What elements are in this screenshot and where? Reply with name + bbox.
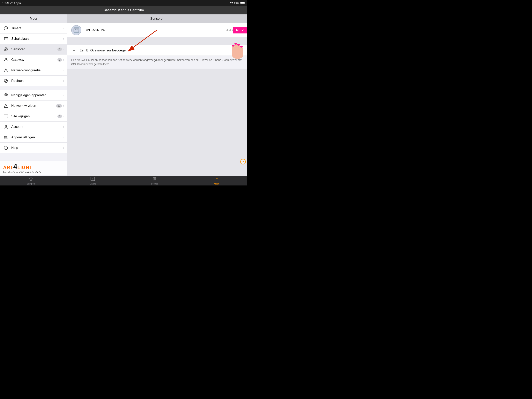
klik-button[interactable]: KLIK [233,27,247,33]
date: Zo 17 jan. [10,1,22,5]
time: 13:29 [2,1,9,5]
app-header: Casambi Kennis Centrum [0,6,247,14]
site-wijzigen-chevron: › [63,115,64,118]
account-icon [3,124,9,129]
app-instellingen-label: App-instellingen [11,135,63,139]
help-question-icon[interactable]: ? [240,159,246,164]
nabijgelegen-label: Nabijgelegen apparaten [11,93,63,97]
svg-rect-31 [5,138,5,138]
nearby-icon [3,93,9,98]
sidebar-item-sensoren[interactable]: Sensoren 1 › [0,44,67,55]
status-bar: 13:29 Zo 17 jan. 93% [0,0,247,6]
right-panel: Sensoren CBU-ASR TW [67,14,247,176]
svg-rect-32 [6,136,6,137]
netwerkconfiguratie-label: Netwerkconfiguratie [11,68,63,72]
svg-point-21 [6,107,6,107]
section-spacer [67,41,247,45]
svg-point-71 [217,179,218,179]
sidebar-item-netwerk-wijzigen[interactable]: Netwerk wijzigen 33 › [0,101,67,111]
account-label: Account [11,125,63,129]
tab-item-scenes[interactable]: Scènes [124,176,186,185]
svg-rect-2 [241,2,244,4]
sidebar-item-nabijgelegen[interactable]: Nabijgelegen apparaten › [0,90,67,101]
svg-rect-30 [5,136,5,137]
sensoren-badge: 1 [57,48,62,51]
sidebar-divider-1 [0,86,67,90]
sidebar-title: Meer [30,17,37,21]
app-instellingen-chevron: › [63,135,64,139]
timers-chevron: › [63,26,64,30]
main-layout: Meer Timers › [0,14,247,176]
add-sensor-description: Een nieuwe EnOcean-sensor kan aan het ne… [67,56,247,69]
sidebar-item-schakelaars[interactable]: Schakelaars › [0,33,67,44]
site-edit-icon [3,114,9,119]
svg-point-70 [216,179,217,179]
sidebar-item-app-instellingen[interactable]: App-instellingen › [0,132,67,143]
tab-item-meer[interactable]: Meer [186,176,247,185]
scenes-tab-icon [152,176,157,182]
svg-rect-33 [6,138,6,138]
sensor-icon [3,46,9,52]
svg-point-39 [75,29,76,30]
right-panel-header: Sensoren [67,14,247,23]
battery-icon [240,2,245,4]
help-icon: i [3,145,9,151]
gateway-label: Gateway [11,58,57,62]
sidebar-item-rechten[interactable]: Rechten › [0,76,67,86]
sidebar-section-header: Meer [0,14,67,23]
lampen-tab-label: Lampen [27,183,35,185]
clock-icon [3,26,9,31]
svg-line-58 [29,177,30,177]
schakelaars-chevron: › [63,37,64,40]
help-label: Help [11,146,63,150]
svg-point-9 [5,49,6,50]
account-chevron: › [63,125,64,129]
netwerk-wijzigen-badge: 33 [56,104,62,108]
site-wijzigen-label: Site wijzigen [11,114,57,118]
sidebar-item-account[interactable]: Account › [0,122,67,132]
svg-point-15 [6,71,6,72]
add-sensor-icon [71,48,77,53]
add-sensor-chevron: › [242,49,243,52]
sidebar-item-help[interactable]: i Help › [0,143,67,153]
right-panel-title: Sensoren [150,17,165,21]
tab-item-galerij[interactable]: A Galerij [62,176,124,185]
netwerkconfiguratie-chevron: › [63,69,64,72]
status-bar-left: 13:29 Zo 17 jan. [2,1,21,5]
wifi-icon [230,2,233,4]
svg-point-12 [5,58,7,60]
sensoren-chevron: › [63,48,64,51]
sidebar-item-timers[interactable]: Timers › [0,23,67,33]
gateway-badge: 1 [57,58,62,62]
gateway-icon [3,57,9,63]
sensor-item[interactable]: CBU-ASR TW › KLIK [67,23,247,37]
lamp-tab-icon [29,176,33,182]
sensor-avatar [71,25,81,35]
svg-rect-43 [74,32,79,33]
svg-point-28 [5,125,7,127]
svg-point-40 [76,29,77,30]
netwerk-wijzigen-chevron: › [63,104,64,108]
add-sensor-section: Een EnOcean-sensor toevoegen › Een nieuw… [67,41,247,69]
svg-line-17 [6,80,7,81]
rechten-chevron: › [63,79,64,83]
sidebar-item-site-wijzigen[interactable]: Site wijzigen 1 › [0,111,67,122]
dot-2 [229,29,231,31]
meer-tab-label: Meer [214,183,219,185]
switch-icon [3,36,9,41]
sidebar-item-netwerkconfiguratie[interactable]: Netwerkconfiguratie › [0,65,67,76]
timers-label: Timers [11,26,63,30]
svg-point-18 [5,95,6,96]
add-sensor-item[interactable]: Een EnOcean-sensor toevoegen › [67,45,247,56]
sidebar-item-gateway[interactable]: Gateway 1 › [0,55,67,65]
svg-point-69 [215,179,215,179]
network-config-icon [3,68,9,73]
app-settings-icon [3,135,9,140]
svg-text:A: A [92,178,94,180]
svg-rect-38 [74,29,78,32]
svg-marker-68 [153,178,156,180]
netwerk-wijzigen-label: Netwerk wijzigen [11,104,56,108]
tab-item-lampen[interactable]: Lampen [0,176,62,185]
meer-tab-icon [214,176,219,182]
network-edit-icon [3,103,9,109]
